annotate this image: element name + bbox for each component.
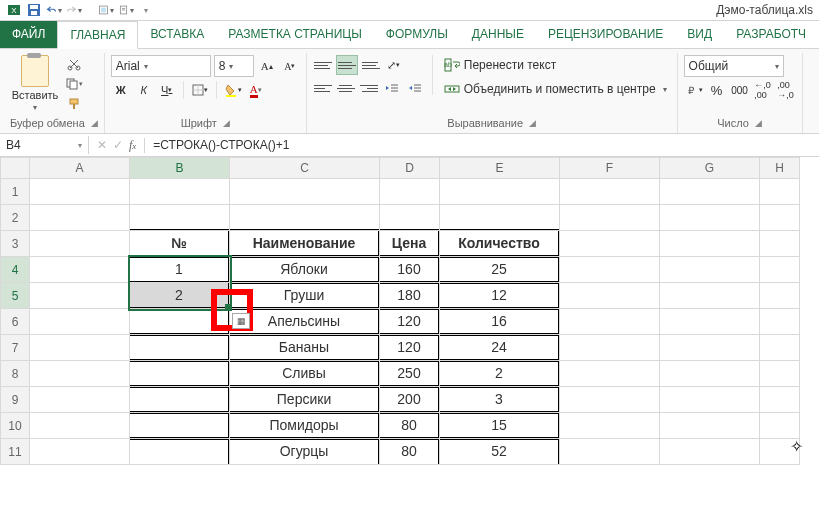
cell-F11[interactable] [560,439,660,465]
decrease-decimal-button[interactable]: ,00→,0 [776,81,796,99]
tab-developer[interactable]: РАЗРАБОТЧ [724,21,818,48]
increase-decimal-button[interactable]: ←,0,00 [753,81,773,99]
cell-B5[interactable]: 2 [130,283,230,309]
row-header-2[interactable]: 2 [1,205,30,231]
increase-font-button[interactable]: A▴ [257,57,277,75]
cell-H7[interactable] [760,335,800,361]
cell-H2[interactable] [760,205,800,231]
cell-E4[interactable]: 25 [440,257,560,283]
align-center-button[interactable] [336,79,356,97]
accept-formula-icon[interactable]: ✓ [113,138,123,152]
cell-D10[interactable]: 80 [380,413,440,439]
cell-E9[interactable]: 3 [440,387,560,413]
cell-A8[interactable] [30,361,130,387]
currency-button[interactable]: ₽▾ [684,81,704,99]
cell-H1[interactable] [760,179,800,205]
cell-A6[interactable] [30,309,130,335]
alignment-launcher[interactable]: ◢ [529,118,536,128]
cell-G9[interactable] [660,387,760,413]
cell-C3[interactable]: Наименование [230,231,380,257]
row-header-8[interactable]: 8 [1,361,30,387]
cell-E6[interactable]: 16 [440,309,560,335]
cancel-formula-icon[interactable]: ✕ [97,138,107,152]
cell-E11[interactable]: 52 [440,439,560,465]
cell-G2[interactable] [660,205,760,231]
tab-data[interactable]: ДАННЫЕ [460,21,536,48]
cell-G6[interactable] [660,309,760,335]
cell-C6[interactable]: Апельсины [230,309,380,335]
font-launcher[interactable]: ◢ [223,118,230,128]
cell-D2[interactable] [380,205,440,231]
tab-review[interactable]: РЕЦЕНЗИРОВАНИЕ [536,21,675,48]
number-launcher[interactable]: ◢ [755,118,762,128]
cell-B2[interactable] [130,205,230,231]
cell-G7[interactable] [660,335,760,361]
align-left-button[interactable] [313,79,333,97]
cell-G5[interactable] [660,283,760,309]
cell-B4[interactable]: 1 [130,257,230,283]
cell-D6[interactable]: 120 [380,309,440,335]
cell-A1[interactable] [30,179,130,205]
cell-A5[interactable] [30,283,130,309]
row-header-9[interactable]: 9 [1,387,30,413]
cell-B9[interactable] [130,387,230,413]
cell-G1[interactable] [660,179,760,205]
tab-view[interactable]: ВИД [675,21,724,48]
cell-B7[interactable] [130,335,230,361]
wrap-text-button[interactable]: abПеренести текст [440,55,671,75]
cell-H5[interactable] [760,283,800,309]
cell-F5[interactable] [560,283,660,309]
cell-G3[interactable] [660,231,760,257]
bold-button[interactable]: Ж [111,81,131,99]
cell-H3[interactable] [760,231,800,257]
col-header-G[interactable]: G [660,158,760,179]
print-preview-button[interactable] [98,2,114,18]
cell-A9[interactable] [30,387,130,413]
undo-button[interactable] [46,2,62,18]
cell-G10[interactable] [660,413,760,439]
cell-D11[interactable]: 80 [380,439,440,465]
increase-indent-button[interactable] [405,79,425,97]
font-size-selector[interactable]: 8▾ [214,55,254,77]
row-header-10[interactable]: 10 [1,413,30,439]
cell-B3[interactable]: № [130,231,230,257]
cell-H10[interactable] [760,413,800,439]
cell-E5[interactable]: 12 [440,283,560,309]
cell-C2[interactable] [230,205,380,231]
number-format-selector[interactable]: Общий▾ [684,55,784,77]
cell-E1[interactable] [440,179,560,205]
cell-F3[interactable] [560,231,660,257]
font-color-button[interactable]: A▾ [246,81,266,99]
cell-F8[interactable] [560,361,660,387]
tab-formulas[interactable]: ФОРМУЛЫ [374,21,460,48]
cell-D4[interactable]: 160 [380,257,440,283]
col-header-B[interactable]: B [130,158,230,179]
align-top-button[interactable] [313,56,333,74]
cell-A2[interactable] [30,205,130,231]
tab-home[interactable]: ГЛАВНАЯ [57,21,138,49]
cell-D8[interactable]: 250 [380,361,440,387]
tab-page-layout[interactable]: РАЗМЕТКА СТРАНИЦЫ [216,21,374,48]
italic-button[interactable]: К [134,81,154,99]
formula-input[interactable]: =СТРОКА()-СТРОКА()+1 [145,136,297,154]
cell-F4[interactable] [560,257,660,283]
align-middle-button[interactable] [336,55,358,75]
font-name-selector[interactable]: Arial▾ [111,55,211,77]
tab-insert[interactable]: ВСТАВКА [138,21,216,48]
align-bottom-button[interactable] [361,56,381,74]
cell-D1[interactable] [380,179,440,205]
cell-E7[interactable]: 24 [440,335,560,361]
cell-F2[interactable] [560,205,660,231]
cell-A4[interactable] [30,257,130,283]
cell-D7[interactable]: 120 [380,335,440,361]
col-header-F[interactable]: F [560,158,660,179]
cell-C9[interactable]: Персики [230,387,380,413]
cell-G4[interactable] [660,257,760,283]
cell-E8[interactable]: 2 [440,361,560,387]
borders-button[interactable]: ▾ [190,81,210,99]
cell-H9[interactable] [760,387,800,413]
cell-H8[interactable] [760,361,800,387]
cell-F1[interactable] [560,179,660,205]
cell-B10[interactable] [130,413,230,439]
cell-D3[interactable]: Цена [380,231,440,257]
